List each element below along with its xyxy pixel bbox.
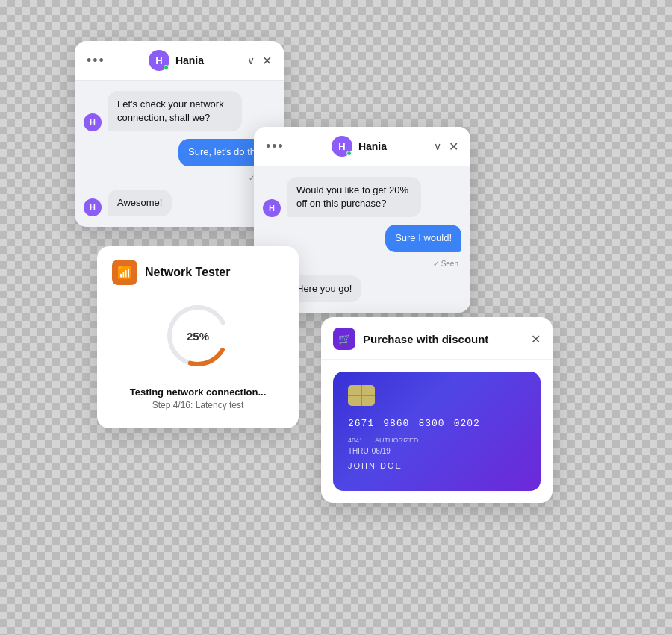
card-expiry-label: THRU bbox=[348, 447, 369, 455]
header-controls-1: ∨ ✕ bbox=[247, 54, 272, 68]
chevron-icon-1[interactable]: ∨ bbox=[247, 54, 255, 66]
avatar-1: H bbox=[149, 50, 169, 71]
card-label-1: 4841 bbox=[348, 437, 363, 444]
card-chip bbox=[348, 385, 375, 406]
close-button-2[interactable]: ✕ bbox=[449, 140, 458, 154]
message-row: H Awesome! bbox=[84, 190, 275, 216]
message-row: Sure, let's do this! bbox=[84, 139, 275, 166]
purchase-widget-title: Purchase with discount bbox=[363, 333, 488, 345]
header-controls-2: ∨ ✕ bbox=[434, 140, 458, 154]
online-indicator-2 bbox=[346, 151, 352, 156]
network-tester-header: 📶 Network Tester bbox=[112, 260, 284, 285]
card-expiry: 06/19 bbox=[372, 447, 391, 455]
msg-avatar: H bbox=[84, 198, 102, 216]
card-number-group-1: 2671 bbox=[348, 418, 374, 429]
gauge-percentage: 25% bbox=[187, 330, 209, 342]
online-indicator-1 bbox=[164, 65, 169, 70]
card-number-group-3: 8300 bbox=[418, 418, 444, 429]
credit-card: 2671 9860 8300 0202 4841 AUTHORIZED THRU… bbox=[333, 372, 541, 491]
network-status-sub: Step 4/16: Latency test bbox=[112, 400, 284, 410]
card-number: 2671 9860 8300 0202 bbox=[348, 418, 526, 429]
purchase-widget: 🛒 Purchase with discount ✕ 2671 9860 830… bbox=[321, 317, 553, 503]
network-tester-title: Network Tester bbox=[145, 266, 230, 279]
chat-window-1: ••• H Hania ∨ ✕ H Let's check your netwo… bbox=[75, 41, 284, 227]
message-row: H Would you like to get 20% off on this … bbox=[263, 177, 461, 217]
message-bubble: Awesome! bbox=[108, 190, 172, 216]
network-tester-widget: 📶 Network Tester 25% Testing network con… bbox=[97, 246, 299, 428]
seen-indicator: ✓ Se... bbox=[84, 174, 275, 182]
message-bubble: Let's check your network connection, sha… bbox=[108, 91, 242, 131]
chat-name-2: Hania bbox=[358, 140, 387, 152]
network-status: Testing network connection... Step 4/16:… bbox=[112, 387, 284, 410]
sent-message-bubble: Sure I would! bbox=[385, 225, 461, 251]
message-row: H Let's check your network connection, s… bbox=[84, 91, 275, 131]
msg-avatar: H bbox=[263, 199, 281, 217]
menu-dots-2[interactable]: ••• bbox=[266, 139, 284, 154]
purchase-header-left: 🛒 Purchase with discount bbox=[333, 328, 488, 350]
card-number-group-2: 9860 bbox=[383, 418, 409, 429]
menu-dots-1[interactable]: ••• bbox=[87, 53, 105, 69]
chat-header-2: ••• H Hania ∨ ✕ bbox=[254, 127, 470, 166]
card-holder-name: JOHN DOE bbox=[348, 461, 526, 470]
network-status-main: Testing network connection... bbox=[112, 387, 284, 398]
chevron-icon-2[interactable]: ∨ bbox=[434, 140, 441, 152]
chat-messages-1: H Let's check your network connection, s… bbox=[75, 81, 284, 227]
chat-header-center-2: H Hania bbox=[332, 136, 387, 157]
purchase-close-button[interactable]: ✕ bbox=[531, 332, 541, 346]
chat-header-1: ••• H Hania ∨ ✕ bbox=[75, 41, 284, 81]
card-expiry-row: THRU 06/19 bbox=[348, 447, 526, 455]
wifi-icon: 📶 bbox=[112, 260, 137, 285]
network-tester-gauge: 25% bbox=[112, 298, 284, 373]
card-details-row: 4841 AUTHORIZED bbox=[348, 437, 526, 444]
chat-header-center-1: H Hania bbox=[149, 50, 204, 71]
purchase-widget-header: 🛒 Purchase with discount ✕ bbox=[321, 317, 553, 360]
close-button-1[interactable]: ✕ bbox=[262, 54, 272, 68]
chat-name-1: Hania bbox=[175, 54, 204, 66]
card-label-2: AUTHORIZED bbox=[375, 437, 419, 444]
cart-icon: 🛒 bbox=[333, 328, 355, 350]
msg-avatar: H bbox=[84, 113, 102, 131]
card-number-group-4: 0202 bbox=[454, 418, 480, 429]
avatar-2: H bbox=[332, 136, 352, 157]
gauge-container: 25% bbox=[161, 298, 235, 373]
message-bubble: Would you like to get 20% off on this pu… bbox=[287, 177, 421, 217]
